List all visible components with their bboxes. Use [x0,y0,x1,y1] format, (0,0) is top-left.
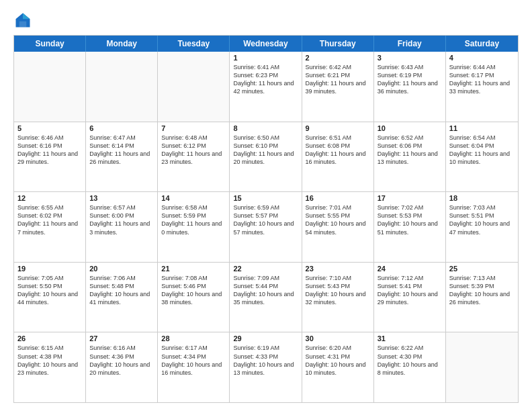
cell-info: Sunrise: 6:42 AM Sunset: 6:21 PM Dayligh… [306,63,370,96]
weekday-header-friday: Friday [374,36,446,52]
day-number: 19 [17,265,82,273]
cell-info: Sunrise: 7:09 AM Sunset: 5:44 PM Dayligh… [233,274,298,307]
day-cell-29: 29Sunrise: 6:19 AM Sunset: 4:33 PM Dayli… [230,332,302,402]
weekday-header-tuesday: Tuesday [158,36,230,52]
day-number: 20 [89,265,154,273]
logo [13,11,35,30]
day-cell-23: 23Sunrise: 7:10 AM Sunset: 5:43 PM Dayli… [302,263,374,332]
cell-info: Sunrise: 6:57 AM Sunset: 6:00 PM Dayligh… [89,203,154,236]
empty-cell [446,332,518,402]
day-cell-25: 25Sunrise: 7:13 AM Sunset: 5:39 PM Dayli… [446,263,518,332]
cell-info: Sunrise: 6:19 AM Sunset: 4:33 PM Dayligh… [233,344,298,377]
day-number: 2 [306,54,370,62]
day-cell-26: 26Sunrise: 6:15 AM Sunset: 4:38 PM Dayli… [14,332,86,402]
day-number: 4 [449,54,515,62]
cell-info: Sunrise: 6:58 AM Sunset: 5:59 PM Dayligh… [161,203,226,236]
week-row-3: 12Sunrise: 6:55 AM Sunset: 6:02 PM Dayli… [14,191,518,262]
cell-info: Sunrise: 7:03 AM Sunset: 5:51 PM Dayligh… [449,203,515,236]
day-cell-27: 27Sunrise: 6:16 AM Sunset: 4:36 PM Dayli… [86,332,158,402]
day-cell-30: 30Sunrise: 6:20 AM Sunset: 4:31 PM Dayli… [302,332,374,402]
cell-info: Sunrise: 6:41 AM Sunset: 6:23 PM Dayligh… [233,63,298,96]
day-number: 29 [233,334,298,342]
cell-info: Sunrise: 6:55 AM Sunset: 6:02 PM Dayligh… [17,203,82,236]
cell-info: Sunrise: 6:22 AM Sunset: 4:30 PM Dayligh… [378,344,442,377]
day-number: 17 [378,194,442,202]
day-cell-16: 16Sunrise: 7:01 AM Sunset: 5:55 PM Dayli… [302,192,374,262]
cell-info: Sunrise: 7:12 AM Sunset: 5:41 PM Dayligh… [378,274,442,307]
day-number: 11 [449,124,515,132]
day-number: 9 [306,124,370,132]
day-cell-3: 3Sunrise: 6:43 AM Sunset: 6:19 PM Daylig… [374,52,446,122]
day-cell-28: 28Sunrise: 6:17 AM Sunset: 4:34 PM Dayli… [158,332,230,402]
cell-info: Sunrise: 6:59 AM Sunset: 5:57 PM Dayligh… [233,203,298,236]
cell-info: Sunrise: 6:50 AM Sunset: 6:10 PM Dayligh… [233,134,298,167]
day-number: 30 [306,334,370,342]
day-number: 22 [233,265,298,273]
day-cell-1: 1Sunrise: 6:41 AM Sunset: 6:23 PM Daylig… [230,52,302,122]
day-cell-7: 7Sunrise: 6:48 AM Sunset: 6:12 PM Daylig… [158,122,230,192]
cell-info: Sunrise: 6:20 AM Sunset: 4:31 PM Dayligh… [306,344,370,377]
day-cell-14: 14Sunrise: 6:58 AM Sunset: 5:59 PM Dayli… [158,192,230,262]
day-number: 10 [378,124,442,132]
day-cell-13: 13Sunrise: 6:57 AM Sunset: 6:00 PM Dayli… [86,192,158,262]
day-number: 31 [378,334,442,342]
day-cell-22: 22Sunrise: 7:09 AM Sunset: 5:44 PM Dayli… [230,263,302,332]
logo-icon [13,11,32,30]
cell-info: Sunrise: 6:44 AM Sunset: 6:17 PM Dayligh… [449,63,515,96]
svg-rect-2 [19,21,27,28]
day-cell-19: 19Sunrise: 7:05 AM Sunset: 5:50 PM Dayli… [14,263,86,332]
page: SundayMondayTuesdayWednesdayThursdayFrid… [0,0,532,411]
day-cell-2: 2Sunrise: 6:42 AM Sunset: 6:21 PM Daylig… [302,52,374,122]
day-cell-10: 10Sunrise: 6:52 AM Sunset: 6:06 PM Dayli… [374,122,446,192]
day-cell-24: 24Sunrise: 7:12 AM Sunset: 5:41 PM Dayli… [374,263,446,332]
weekday-header-wednesday: Wednesday [230,36,302,52]
week-row-5: 26Sunrise: 6:15 AM Sunset: 4:38 PM Dayli… [14,332,518,402]
cell-info: Sunrise: 6:52 AM Sunset: 6:06 PM Dayligh… [378,134,442,167]
day-number: 16 [306,194,370,202]
calendar-body: 1Sunrise: 6:41 AM Sunset: 6:23 PM Daylig… [14,52,518,402]
weekday-header-thursday: Thursday [302,36,374,52]
cell-info: Sunrise: 7:10 AM Sunset: 5:43 PM Dayligh… [306,274,370,307]
day-number: 3 [378,54,442,62]
day-number: 7 [161,124,226,132]
weekday-header-saturday: Saturday [446,36,518,52]
weekday-header-monday: Monday [86,36,158,52]
cell-info: Sunrise: 6:54 AM Sunset: 6:04 PM Dayligh… [449,134,515,167]
cell-info: Sunrise: 7:13 AM Sunset: 5:39 PM Dayligh… [449,274,515,307]
empty-cell [158,52,230,122]
calendar-header-row: SundayMondayTuesdayWednesdayThursdayFrid… [14,36,518,52]
day-cell-18: 18Sunrise: 7:03 AM Sunset: 5:51 PM Dayli… [446,192,518,262]
cell-info: Sunrise: 6:47 AM Sunset: 6:14 PM Dayligh… [89,134,154,167]
cell-info: Sunrise: 7:06 AM Sunset: 5:48 PM Dayligh… [89,274,154,307]
day-cell-17: 17Sunrise: 7:02 AM Sunset: 5:53 PM Dayli… [374,192,446,262]
day-cell-4: 4Sunrise: 6:44 AM Sunset: 6:17 PM Daylig… [446,52,518,122]
week-row-4: 19Sunrise: 7:05 AM Sunset: 5:50 PM Dayli… [14,262,518,332]
cell-info: Sunrise: 6:15 AM Sunset: 4:38 PM Dayligh… [17,344,82,377]
day-number: 25 [449,265,515,273]
cell-info: Sunrise: 6:16 AM Sunset: 4:36 PM Dayligh… [89,344,154,377]
day-cell-31: 31Sunrise: 6:22 AM Sunset: 4:30 PM Dayli… [374,332,446,402]
day-number: 13 [89,194,154,202]
day-number: 6 [89,124,154,132]
day-number: 14 [161,194,226,202]
day-number: 26 [17,334,82,342]
day-cell-20: 20Sunrise: 7:06 AM Sunset: 5:48 PM Dayli… [86,263,158,332]
day-cell-11: 11Sunrise: 6:54 AM Sunset: 6:04 PM Dayli… [446,122,518,192]
day-cell-6: 6Sunrise: 6:47 AM Sunset: 6:14 PM Daylig… [86,122,158,192]
day-number: 1 [233,54,298,62]
svg-marker-1 [23,13,30,19]
header [13,11,519,30]
day-cell-15: 15Sunrise: 6:59 AM Sunset: 5:57 PM Dayli… [230,192,302,262]
day-cell-5: 5Sunrise: 6:46 AM Sunset: 6:16 PM Daylig… [14,122,86,192]
cell-info: Sunrise: 6:43 AM Sunset: 6:19 PM Dayligh… [378,63,442,96]
day-number: 18 [449,194,515,202]
day-number: 12 [17,194,82,202]
empty-cell [86,52,158,122]
day-number: 27 [89,334,154,342]
day-number: 21 [161,265,226,273]
day-number: 8 [233,124,298,132]
calendar: SundayMondayTuesdayWednesdayThursdayFrid… [13,35,519,403]
day-number: 5 [17,124,82,132]
cell-info: Sunrise: 6:17 AM Sunset: 4:34 PM Dayligh… [161,344,226,377]
cell-info: Sunrise: 7:02 AM Sunset: 5:53 PM Dayligh… [378,203,442,236]
